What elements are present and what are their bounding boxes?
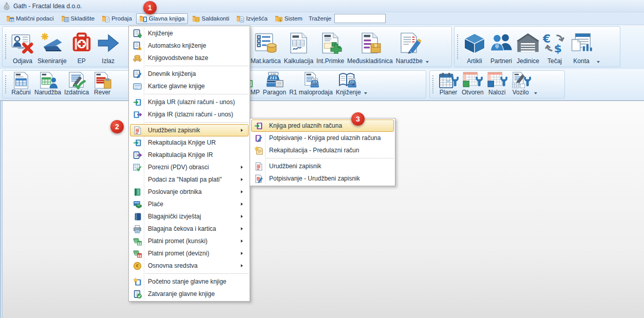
toolbar-button-narudzbe[interactable]: Narudžbe xyxy=(394,27,424,66)
m-book-warn-icon xyxy=(130,42,144,50)
toolbar-button-kalkulacija[interactable]: Kalkulacija xyxy=(282,27,315,66)
menu-item-pocetno-stanje-glavne-knjige[interactable]: Početno stanje glavne knjige xyxy=(130,275,249,288)
submenu-item-potpisivanje-urudzbeni-zapisnik[interactable]: Potpisivanje - Urudžbeni zapisnik xyxy=(251,172,394,185)
menu-item-label: Blagajna čekova i kartica xyxy=(144,225,241,232)
menubar-item-saldakonti[interactable]: Saldakonti xyxy=(189,13,233,24)
svg-text:€: € xyxy=(136,264,139,268)
toolbar-button-label: Planer xyxy=(440,89,458,96)
menu-item-urudzbeni-zapisnik[interactable]: Urudžbeni zapisnik xyxy=(130,124,249,136)
toolbar-button-odjava[interactable]: Odjava xyxy=(9,27,36,66)
toolbar-overflow-button[interactable] xyxy=(533,71,539,97)
menu-item-label: Knjiženje xyxy=(144,30,241,37)
submenu-item-rekapitulacija-predulazni-racun[interactable]: Rekapitulacija - Predulazni račun xyxy=(251,144,394,156)
toolbar-button-knjizenje[interactable]: 0,00Knjiženje xyxy=(334,71,363,97)
submenu-arrow-icon xyxy=(241,203,248,206)
search-input[interactable] xyxy=(334,14,386,23)
toolbar-button-konta[interactable]: Konta xyxy=(568,27,595,66)
toolbar-button-mat-kartica[interactable]: Mat.kartica xyxy=(249,27,282,66)
m-book-pencil-icon xyxy=(130,70,144,78)
chevron-down-icon xyxy=(364,92,367,94)
menu-item-platni-promet-devizni[interactable]: Platni promet (devizni) xyxy=(130,247,249,260)
menu-item-rekapitulacija-knjige-ur[interactable]: Rekapitulacija Knjige UR xyxy=(130,136,249,149)
menu-item-blagajna-cekova-i-kartica[interactable]: Blagajna čekova i kartica xyxy=(130,223,249,235)
toolbar-button-jedinice[interactable]: Jedinice xyxy=(515,27,541,66)
svg-text:$: $ xyxy=(279,18,281,22)
step-badge-3: 3 xyxy=(351,112,365,126)
toolbar-button-planer[interactable]: Planer xyxy=(437,71,460,97)
submenu-arrow-icon xyxy=(241,190,248,193)
menu-item-zatvaranje-glavne-knjige[interactable]: Zatvaranje glavne knjige xyxy=(130,288,249,300)
toolbar-button-label: Otvoren xyxy=(462,89,484,96)
toolbar-button-paragon[interactable]: 0,00Paragon xyxy=(261,71,288,97)
menubar-item-glavna-knjiga[interactable]: Glavna knjiga xyxy=(136,13,188,24)
menubar-item-label: Saldakonti xyxy=(202,15,230,22)
toolbar-overflow-button[interactable] xyxy=(595,27,601,66)
toolbar-button-artikli[interactable]: Artikli xyxy=(461,27,488,66)
menu-item-knjizenje[interactable]: Knjiženje xyxy=(130,27,249,39)
toolbar-button-nalozi[interactable]: Nalozi xyxy=(485,71,509,97)
toolbar-button-partneri[interactable]: Partneri xyxy=(488,27,515,66)
folder-report-icon xyxy=(236,14,244,23)
menu-item-knjiga-ur-ulazni-racuni-unos[interactable]: Knjiga UR (ulazni računi - unos) xyxy=(130,96,249,108)
toolbar-button-meduskladisnica[interactable]: Međuskladišnica xyxy=(346,27,394,66)
toolbar-button-izdatnica[interactable]: Izdatnica xyxy=(63,71,90,97)
chevron-down-icon xyxy=(597,61,600,63)
menu-item-blagajnicki-izvjestaj[interactable]: Blagajnički izvještaj xyxy=(130,210,249,223)
toolbar-button-label: Partneri xyxy=(490,58,512,65)
toolbar-grip[interactable] xyxy=(5,75,9,94)
menubar-item-label: Glavna knjiga xyxy=(149,15,185,22)
toolbar-button-r1-maloprodaja[interactable]: 0,00R1 maloprodaja xyxy=(288,71,334,97)
menu-item-podaci-za-naplati-pa-plati[interactable]: Podaci za "Naplati pa plati" xyxy=(130,173,249,186)
toolbar-button-label: R1 maloprodaja xyxy=(289,89,333,96)
menu-item-place[interactable]: Plaće xyxy=(130,198,249,210)
toolbar-button-rever[interactable]: Rever xyxy=(90,71,114,97)
m-book-in-green-icon xyxy=(130,98,144,107)
odjava-icon xyxy=(11,28,34,58)
toolbar-button-vozilo[interactable]: Vozilo xyxy=(509,71,533,97)
vozilo-icon xyxy=(510,72,531,89)
toolbar-button-otvoren[interactable]: Otvoren xyxy=(460,71,485,97)
menu-item-poslovanje-obrtnika[interactable]: Poslovanje obrtnika xyxy=(130,186,249,198)
toolbar-overflow-button[interactable] xyxy=(424,27,431,66)
toolbar-button-narudzba[interactable]: Narudžba xyxy=(33,71,63,97)
toolbar-grip[interactable] xyxy=(432,75,436,94)
toolbar-button-label: Kalkulacija xyxy=(284,58,313,65)
r1-maloprodaja-icon: 0,00 xyxy=(301,72,321,89)
menubar-item-skladiste[interactable]: Skladište xyxy=(58,13,98,24)
toolbar-button-racuni[interactable]: Računi xyxy=(9,71,33,97)
toolbar-button-skeniranje[interactable]: Skeniranje xyxy=(36,27,68,66)
menu-item-osnovna-sredstva[interactable]: €Osnovna sredstva xyxy=(130,260,249,272)
toolbar-grip[interactable] xyxy=(457,34,461,58)
menu-item-knjigovodstvene-baze[interactable]: Knjigovodstvene baze xyxy=(130,52,249,64)
submenu-item-urudzbeni-zapisnik[interactable]: Urudžbeni zapisnik xyxy=(251,160,394,172)
menu-item-label: Platni promet (devizni) xyxy=(144,250,241,257)
submenu-item-knjiga-pred-ulaznih-racuna[interactable]: Knjiga pred ulaznih računa xyxy=(251,120,394,132)
toolbar-grip[interactable] xyxy=(5,34,9,58)
menubar-item-label: Sistem xyxy=(285,15,302,22)
izlaz-icon xyxy=(97,28,120,58)
svg-text:0,00: 0,00 xyxy=(351,79,354,81)
m-db-sync-icon xyxy=(130,54,144,63)
toolbar-button-tecaj[interactable]: €$Tečaj xyxy=(541,27,568,66)
menu-item-platni-promet-kunski[interactable]: Platni promet (kunski) xyxy=(130,235,249,247)
menu-item-dnevnik-knjizenja[interactable]: Dnevnik knjiženja xyxy=(130,68,249,80)
app-window: Gath - Fractal Idea d.o.o. Matični podac… xyxy=(0,0,644,318)
s-book-sign-icon xyxy=(252,134,266,143)
menu-item-automatsko-knjizenje[interactable]: Automatsko knjiženje xyxy=(130,39,249,52)
submenu-arrow-icon xyxy=(241,252,248,255)
submenu-item-potpisivanje-knjiga-pred-ulaznih-racuna[interactable]: Potpisivanje - Knjiga pred ulaznih račun… xyxy=(251,132,394,144)
toolbar-button-izlaz[interactable]: Izlaz xyxy=(95,27,122,66)
menu-item-porezni-pdv-obrasci[interactable]: Porezni (PDV) obrasci xyxy=(130,161,249,173)
menubar-item-prodaja[interactable]: Prodaja xyxy=(99,13,135,24)
toolbar-button-int-primke[interactable]: Int.Primke xyxy=(315,27,346,66)
menu-item-kartice-glavne-knjige[interactable]: Kartice glavne knjige xyxy=(130,80,249,92)
menubar-item-sistem[interactable]: $Sistem xyxy=(272,13,306,24)
toolbar-button-ep[interactable]: EP xyxy=(68,27,95,66)
toolbar-group: PlanerOtvorenNaloziVozilo xyxy=(429,70,565,98)
menu-item-knjiga-ir-izlazni-racuni-unos[interactable]: Knjiga IR (izlazni računi - unos) xyxy=(130,108,249,121)
menu-item-rekapitulacija-knjige-ir[interactable]: Rekapitulacija Knjige IR xyxy=(130,149,249,161)
menubar-item-izvjesca[interactable]: Izvješća xyxy=(233,13,271,24)
toolbar-overflow-button[interactable] xyxy=(363,71,369,97)
menubar-item-maticni-podaci[interactable]: Matični podaci xyxy=(3,13,57,24)
m-rekap-ur-icon xyxy=(130,138,144,147)
